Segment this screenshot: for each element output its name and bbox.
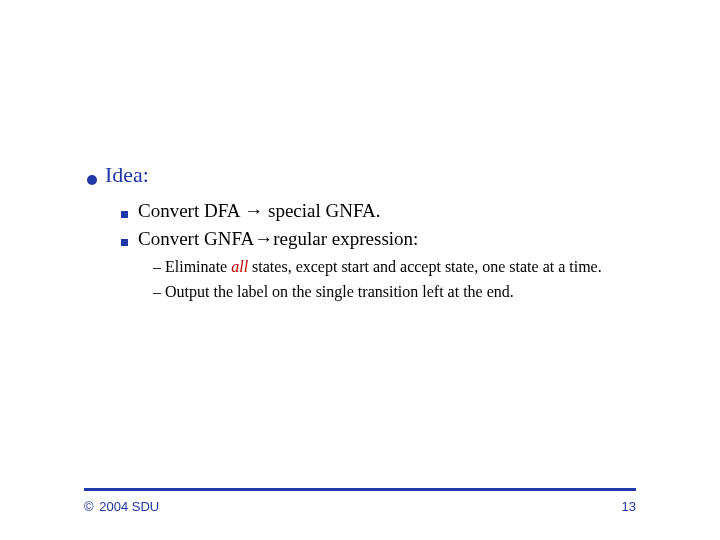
slide: Idea: Convert DFA → special GNFA. Conver… [0,0,720,540]
list-item-text: Convert GNFA→regular expression: [138,226,418,252]
square-icon [121,239,128,246]
disc-icon [87,175,97,185]
content-area: Idea: Convert DFA → special GNFA. Conver… [87,162,647,307]
list-item-text: Eliminate all states, except start and a… [165,257,633,278]
emphasis-all: all [231,258,248,275]
level2-list: Convert DFA → special GNFA. Convert GNFA… [121,198,647,303]
square-icon [121,211,128,218]
copyright-icon: © [84,499,94,514]
list-item: Convert DFA → special GNFA. [121,198,647,224]
list-item-text: Convert DFA → special GNFA. [138,198,381,224]
footer-left-text: 2004 SDU [96,499,160,514]
dash-icon: – [153,282,165,303]
text-prefix: Eliminate [165,258,231,275]
level3-list: – Eliminate all states, except start and… [153,257,633,303]
list-item-text: Output the label on the single transitio… [165,282,633,303]
list-item: – Output the label on the single transit… [153,282,633,303]
dash-icon: – [153,257,165,278]
footer-copyright: © 2004 SDU [84,499,159,514]
idea-label: Idea: [105,162,149,188]
list-item: Convert GNFA→regular expression: [121,226,647,252]
idea-bullet: Idea: [87,162,647,188]
footer-divider [84,488,636,491]
text-suffix: states, except start and accept state, o… [248,258,602,275]
list-item: – Eliminate all states, except start and… [153,257,633,278]
page-number: 13 [622,499,636,514]
